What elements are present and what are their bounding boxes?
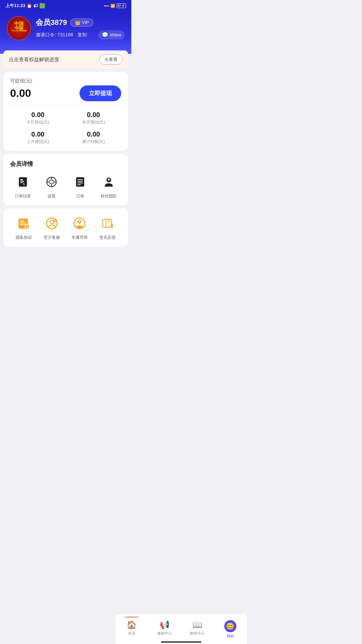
svg-rect-0 — [19, 177, 27, 187]
status-right: ▪▪▪▪ 📶 57 ⚡ — [104, 3, 126, 8]
fan-team-item[interactable]: 粉丝团队 — [96, 173, 121, 199]
stat-month-label: 本月预估(元) — [66, 119, 121, 125]
stat-last-month-label: 上月预估(元) — [10, 139, 66, 145]
stat-total: 0.00 累计到账(元) — [66, 130, 121, 145]
app-icon: 🟩 — [39, 3, 45, 8]
svg-text:★: ★ — [26, 225, 29, 228]
shiwo-button[interactable]: 💬 shiwo — [98, 30, 125, 39]
svg-point-26 — [50, 220, 54, 224]
banner: 点击查看权益解锁进度 去看看 — [3, 50, 128, 69]
svg-rect-2 — [20, 181, 24, 182]
status-bar: 上午11:23 ⏰ 🏷 🟩 ▪▪▪▪ 📶 57 ⚡ — [0, 0, 131, 11]
svg-text:$: $ — [23, 183, 25, 186]
stat-last-month-value: 0.00 — [10, 130, 66, 138]
stat-today-label: 今日预估(元) — [10, 119, 66, 125]
order-icon — [71, 173, 89, 191]
order-settlement-item[interactable]: $ 订单结算 — [10, 173, 35, 199]
status-left: 上午11:23 ⏰ 🏷 🟩 — [5, 3, 45, 9]
copy-button[interactable]: 复制 — [77, 32, 87, 37]
fan-team-icon — [100, 173, 118, 191]
invite-code: 731188 — [57, 32, 73, 37]
customer-service-icon: ? — [43, 215, 61, 232]
customer-service-item[interactable]: ? 官方客服 — [38, 215, 66, 240]
order-item[interactable]: 订单 — [67, 173, 93, 199]
member-icons-grid: $ 订单结算 设置 — [10, 173, 121, 199]
services-card: ★ 隐私协议 ? 官方客服 — [3, 209, 128, 247]
settings-icon — [43, 173, 60, 191]
member-details-card: 会员详情 $ 订单结算 — [3, 154, 128, 205]
invite-row: 邀请口令: 731188 复制 💬 shiwo — [36, 30, 125, 39]
profile-row: 中国 中华人民共和国国旗 会员3879 👑 VIP 邀请口令: 731188 复… — [7, 16, 125, 40]
order-label: 订单 — [76, 193, 84, 199]
svg-rect-15 — [77, 183, 83, 183]
settings-label: 设置 — [47, 193, 56, 199]
svg-rect-1 — [20, 179, 23, 180]
profile-name: 会员3879 — [36, 17, 67, 28]
svg-point-7 — [50, 180, 54, 184]
stat-today: 0.00 今日预估(元) — [10, 111, 66, 125]
order-settlement-icon: $ — [14, 173, 32, 191]
stat-month-value: 0.00 — [66, 111, 121, 119]
banner-text: 点击查看权益解锁进度 — [9, 56, 59, 63]
shiwo-icon: 💬 — [102, 32, 108, 38]
status-time: 上午11:23 — [5, 3, 25, 9]
settings-item[interactable]: 设置 — [39, 173, 64, 199]
feedback-item[interactable]: 意见反馈 — [94, 215, 122, 240]
svg-text:?: ? — [54, 220, 56, 223]
customer-service-label: 官方客服 — [44, 235, 60, 240]
privacy-policy-label: 隐私协议 — [16, 235, 32, 240]
svg-rect-32 — [103, 219, 111, 227]
withdraw-label: 可提现(元) — [10, 78, 121, 84]
stat-last-month: 0.00 上月预估(元) — [10, 130, 66, 145]
battery-icon: 57 ⚡ — [117, 3, 126, 8]
stat-total-label: 累计到账(元) — [66, 139, 121, 145]
svg-point-18 — [108, 179, 110, 181]
profile-info: 会员3879 👑 VIP 邀请口令: 731188 复制 💬 shiwo — [36, 17, 125, 39]
notification-icon: 🏷 — [33, 3, 38, 8]
stat-today-value: 0.00 — [10, 111, 66, 119]
feedback-label: 意见反馈 — [99, 235, 116, 240]
signal-icon: ▪▪▪▪ — [104, 4, 109, 8]
exclusive-teacher-item[interactable]: 专属导师 — [66, 215, 94, 240]
privacy-policy-item[interactable]: ★ 隐私协议 — [10, 215, 38, 240]
withdraw-amount: 0.00 — [10, 87, 31, 100]
vip-badge[interactable]: 👑 VIP — [70, 18, 93, 27]
svg-rect-20 — [20, 221, 25, 222]
stats-grid: 0.00 今日预估(元) 0.00 本月预估(元) 0.00 上月预估(元) 0… — [10, 111, 121, 145]
stat-total-value: 0.00 — [66, 130, 121, 138]
member-section-title: 会员详情 — [10, 160, 121, 168]
withdraw-row: 0.00 立即提现 — [10, 85, 121, 106]
svg-point-31 — [78, 220, 80, 222]
crown-icon: 👑 — [75, 20, 80, 25]
profile-header: 中国 中华人民共和国国旗 会员3879 👑 VIP 邀请口令: 731188 复… — [0, 11, 131, 54]
exclusive-teacher-label: 专属导师 — [71, 235, 88, 240]
invite-label: 邀请口令: — [36, 32, 56, 37]
svg-rect-12 — [76, 177, 84, 187]
feedback-icon — [99, 215, 116, 232]
stat-month: 0.00 本月预估(元) — [66, 111, 121, 125]
services-grid: ★ 隐私协议 ? 官方客服 — [10, 215, 121, 240]
exclusive-teacher-icon — [71, 215, 88, 232]
privacy-policy-icon: ★ — [15, 215, 33, 232]
svg-rect-21 — [20, 223, 26, 223]
banner-button[interactable]: 去看看 — [99, 54, 123, 65]
svg-rect-14 — [77, 181, 83, 182]
withdraw-button[interactable]: 立即提现 — [79, 85, 121, 101]
avatar[interactable]: 中国 中华人民共和国国旗 — [7, 16, 31, 40]
svg-rect-22 — [20, 224, 26, 225]
svg-rect-13 — [77, 179, 83, 180]
fan-team-label: 粉丝团队 — [101, 193, 117, 199]
wifi-icon: 📶 — [110, 4, 115, 8]
withdraw-card: 可提现(元) 0.00 立即提现 0.00 今日预估(元) 0.00 本月预估(… — [3, 72, 128, 151]
svg-rect-16 — [77, 184, 81, 185]
order-settlement-label: 订单结算 — [15, 193, 31, 199]
alarm-icon: ⏰ — [27, 3, 32, 8]
